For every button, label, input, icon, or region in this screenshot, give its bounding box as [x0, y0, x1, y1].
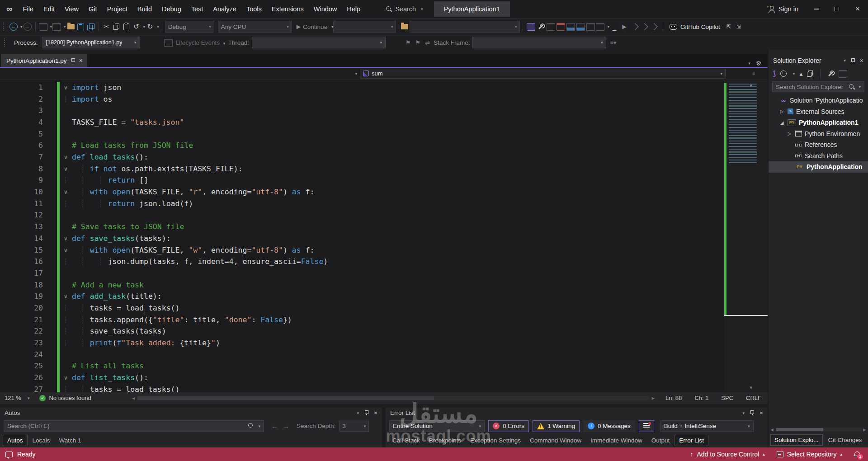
zoom-dropdown[interactable]: 121 % ▾ [0, 395, 34, 401]
tree-item-search-paths[interactable]: Search Paths [769, 151, 868, 162]
menu-analyze[interactable]: Analyze [208, 0, 241, 18]
code-line[interactable]: 8∨ ┊ if not os.path.exists(TASKS_FILE): [0, 163, 724, 175]
scroll-down-icon[interactable]: ▾ [750, 385, 752, 390]
paste-button[interactable] [122, 21, 132, 33]
fold-toggle-icon[interactable]: ∨ [60, 186, 72, 198]
tab-watch-1[interactable]: Watch 1 [55, 435, 85, 446]
window-position-dropdown-icon[interactable]: ▾ [743, 411, 745, 415]
lifecycle-events-dropdown[interactable]: Lifecycle Events ▾ [176, 39, 226, 46]
tab-options-gear-icon[interactable]: ⚙ [756, 60, 761, 67]
tab-immediate-window[interactable]: Immediate Window [586, 435, 646, 446]
line-number[interactable]: 7 [0, 151, 43, 163]
notifications-bell-icon[interactable]: 1 [854, 452, 860, 457]
code-line[interactable]: 3 [0, 105, 724, 117]
code-editor[interactable]: 1∨import json2┆import os34TASKS_FILE = "… [0, 80, 768, 392]
next-search-icon[interactable]: → [283, 422, 289, 430]
breakpoint-button[interactable]: _ [609, 21, 619, 33]
line-number[interactable]: 14 [0, 233, 43, 245]
toolbar-grip[interactable] [3, 23, 6, 31]
browse-folder-button[interactable] [400, 21, 410, 33]
horizontal-scrollbar[interactable]: ◂ ▸ [132, 392, 655, 404]
fold-toggle-icon[interactable]: ∨ [60, 372, 72, 384]
menu-file[interactable]: File [18, 0, 38, 18]
tab-error-list[interactable]: Error List [675, 435, 708, 446]
code-line[interactable]: 7∨def load_tasks(): [0, 151, 724, 163]
window-position-dropdown-icon[interactable]: ▾ [357, 411, 359, 415]
tab-call-stack[interactable]: Call Stack [388, 435, 424, 446]
line-number[interactable]: 20 [0, 302, 43, 314]
swap-icon[interactable]: ⇄ [425, 39, 430, 46]
minimap-scrollbar[interactable]: ▴ ▾ [724, 80, 768, 392]
fold-toggle-icon[interactable]: ∨ [60, 163, 72, 175]
close-tab-icon[interactable]: × [79, 57, 83, 64]
code-line[interactable]: 5 [0, 128, 724, 140]
line-number[interactable]: 17 [0, 268, 43, 279]
member-dropdown[interactable]: sum ▾ [360, 69, 726, 79]
line-number[interactable]: 25 [0, 360, 43, 372]
line-number[interactable]: 27 [0, 384, 43, 392]
scrollbar-thumb[interactable] [137, 396, 434, 400]
line-number[interactable]: 24 [0, 349, 43, 361]
code-line[interactable]: 23┆ ┊ print(f"Task added: {title}") [0, 337, 724, 349]
step-out-icon[interactable] [651, 23, 658, 30]
restore-button[interactable] [826, 0, 847, 18]
pin-icon[interactable] [71, 58, 75, 63]
scrollbar-thumb[interactable] [776, 428, 823, 431]
code-line[interactable]: 26∨def list_tasks(): [0, 372, 724, 384]
menu-view[interactable]: View [60, 0, 84, 18]
cut-button[interactable]: ✂ [102, 21, 112, 33]
line-number[interactable]: 18 [0, 279, 43, 291]
step-over-icon[interactable] [641, 23, 648, 30]
tab-locals[interactable]: Locals [28, 435, 54, 446]
menu-test[interactable]: Test [186, 0, 208, 18]
tree-item-pythonapplication[interactable]: PYPythonApplication [769, 161, 868, 173]
pin-icon[interactable] [851, 58, 855, 63]
close-button[interactable]: × [847, 0, 868, 18]
code-line[interactable]: 1∨import json [0, 82, 724, 94]
chevron-down-icon[interactable]: ▾ [20, 24, 23, 29]
menu-git[interactable]: Git [84, 0, 102, 18]
line-indicator[interactable]: Ln: 88 [659, 395, 688, 401]
chevron-down-icon[interactable]: ▾ [793, 71, 795, 76]
line-number[interactable]: 8 [0, 163, 43, 175]
code-line[interactable]: 24 [0, 349, 724, 361]
toolbox-button[interactable] [556, 21, 566, 33]
fold-toggle-icon[interactable]: ∨ [60, 291, 72, 302]
attach-process-button[interactable] [526, 21, 536, 33]
code-line[interactable]: 20┆ ┊ tasks = load_tasks() [0, 302, 724, 314]
toolbar-grip[interactable] [4, 38, 7, 47]
copy-button[interactable] [112, 21, 122, 33]
solution-explorer-header[interactable]: Solution Explorer ▾ × [769, 54, 868, 67]
menu-tools[interactable]: Tools [241, 0, 267, 18]
indent-mode[interactable]: SPC [715, 395, 740, 401]
line-number[interactable]: 5 [0, 128, 43, 140]
continue-button[interactable]: ▶ Continue ▾ [297, 21, 334, 33]
warnings-filter-button[interactable]: 1 Warning [533, 420, 580, 432]
line-number[interactable]: 12 [0, 209, 43, 221]
line-number[interactable]: 23 [0, 337, 43, 349]
tab-autos[interactable]: Autos [3, 435, 28, 446]
tab-breakpoints[interactable]: Breakpoints [425, 435, 465, 446]
search-box[interactable]: Search ▾ [382, 4, 427, 14]
menu-extensions[interactable]: Extensions [267, 0, 309, 18]
open-file-button[interactable] [66, 21, 76, 33]
code-line[interactable]: 18# Add a new task [0, 279, 724, 291]
tree-item-solution-pythonapplicatio[interactable]: ∞Solution 'PythonApplicatio [769, 95, 868, 106]
scroll-left-icon[interactable]: ◂ [770, 426, 774, 433]
sidebar-horizontal-scrollbar[interactable]: ◂ ▸ [769, 426, 868, 433]
code-line[interactable]: 2┆import os [0, 94, 724, 105]
code-line[interactable]: 22┆ ┊ save_tasks(tasks) [0, 325, 724, 337]
menu-edit[interactable]: Edit [38, 0, 60, 18]
chevron-down-icon[interactable]: ▾ [157, 24, 159, 29]
pin-icon[interactable] [750, 410, 754, 415]
list-options-icon[interactable]: ≡▾ [610, 39, 616, 46]
window-position-dropdown-icon[interactable]: ▾ [844, 58, 846, 63]
line-number[interactable]: 13 [0, 221, 43, 233]
documents-button[interactable] [585, 21, 595, 33]
new-project-button[interactable]: ▾ [38, 21, 52, 33]
sync-with-active-document-icon[interactable] [807, 71, 813, 77]
branch-button[interactable] [566, 21, 576, 33]
save-button[interactable] [76, 21, 86, 33]
solution-explorer-search-input[interactable]: Search Solution Explorer ▾ [772, 81, 864, 92]
minimize-button[interactable] [806, 0, 826, 18]
